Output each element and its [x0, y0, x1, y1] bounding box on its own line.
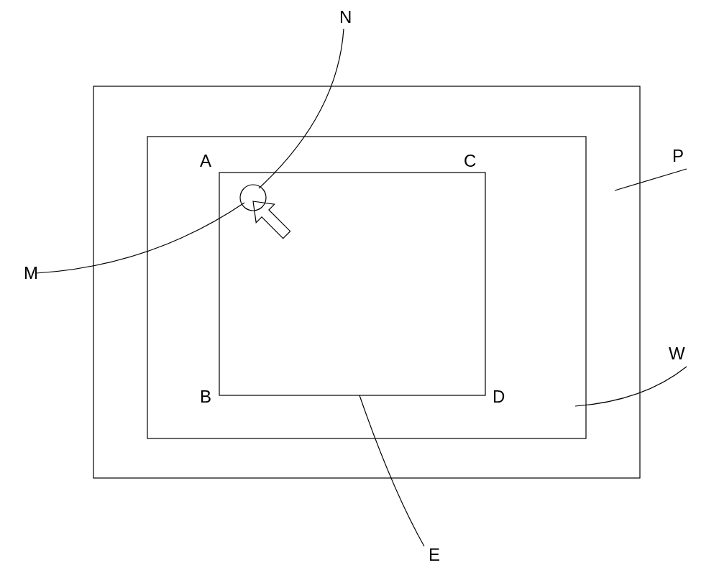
cursor-arrow-icon — [253, 201, 290, 239]
label-n: N — [339, 7, 352, 27]
label-p: P — [672, 146, 684, 165]
label-w: W — [669, 344, 685, 363]
leader-n — [259, 29, 344, 188]
label-d: D — [493, 387, 505, 406]
diagram-canvas: N P M W E A B C D — [0, 0, 719, 588]
label-m: M — [24, 263, 38, 282]
leader-w — [575, 367, 687, 406]
label-b: B — [200, 387, 211, 406]
label-c: C — [464, 151, 476, 170]
label-e: E — [429, 545, 440, 564]
target-circle — [240, 185, 266, 211]
outer-rect-p — [93, 86, 640, 478]
label-a: A — [200, 151, 211, 170]
leader-p — [615, 169, 687, 190]
inner-rect-e — [219, 173, 485, 395]
middle-rect-w — [147, 137, 586, 438]
leader-m — [36, 203, 244, 273]
leader-e — [360, 395, 424, 546]
